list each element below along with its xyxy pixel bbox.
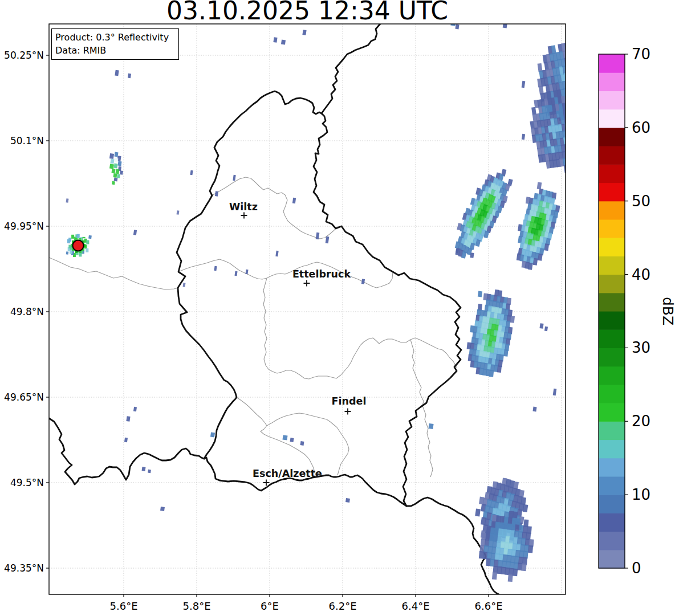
colorbar-segment (599, 91, 625, 109)
info-box-product-line: Product: 0.3° Reflectivity (55, 32, 169, 43)
page-title: 03.10.2025 12:34 UTC (166, 0, 448, 25)
echo-cell (593, 81, 599, 91)
city-label: Esch/Alzette (253, 468, 322, 479)
echo-speck (120, 170, 123, 175)
echo-speck (142, 467, 146, 471)
echo-cell (503, 349, 508, 357)
echo-cell (567, 57, 572, 66)
echo-speck (126, 416, 130, 422)
echo-speck (428, 423, 433, 429)
echo-cell (567, 116, 572, 124)
echo-cell (568, 123, 573, 131)
x-tick-label: 6.2°E (329, 600, 357, 612)
echo-cell (568, 150, 574, 158)
echo-cell (570, 49, 575, 58)
echo-cell (585, 76, 591, 85)
echo-cell (592, 89, 597, 99)
colorbar-segment (599, 275, 625, 293)
echo-speck (109, 153, 114, 159)
echo-cell (570, 87, 575, 96)
echo-cell (571, 56, 576, 65)
echo-speck (455, 25, 459, 30)
echo-speck (478, 291, 482, 297)
colorbar-segment (599, 550, 625, 569)
echo-cell (591, 67, 596, 76)
echo-speck (210, 433, 215, 438)
echo-cell (575, 93, 580, 102)
echo-speck (539, 323, 543, 329)
echo-cell (571, 115, 576, 124)
y-tick-label: 49.35°N (4, 562, 44, 574)
colorbar-segment (599, 256, 625, 275)
echo-speck (111, 169, 115, 174)
echo-cell (575, 108, 580, 117)
echo-cell (577, 100, 582, 109)
echo-speck (302, 30, 306, 35)
colorbar-segment (599, 219, 625, 238)
echo-speck (110, 159, 114, 164)
echo-cell (576, 63, 581, 72)
y-tick-label: 50.1°N (10, 135, 44, 146)
echo-speck (112, 181, 115, 185)
echo-cell (570, 136, 575, 145)
echo-cell (581, 54, 586, 63)
colorbar-tick-label: 20 (632, 413, 650, 430)
echo-cell (589, 60, 594, 69)
echo-speck (160, 507, 165, 511)
echo-cell (574, 85, 579, 95)
colorbar-segment (599, 164, 625, 183)
echo-cell (574, 55, 579, 64)
echo-cell (578, 108, 583, 117)
echo-cell (571, 122, 576, 130)
colorbar-segment (599, 440, 625, 459)
echo-cell (582, 107, 587, 116)
echo-speck (532, 407, 536, 412)
radar-clutter-cell (79, 252, 82, 256)
echo-cell (566, 109, 571, 117)
echo-cell (492, 572, 497, 580)
echo-cell (587, 98, 592, 107)
echo-cell (570, 101, 575, 111)
echo-speck (273, 37, 277, 43)
echo-cell (568, 143, 573, 152)
echo-cell (579, 47, 584, 56)
echo-cell (572, 109, 577, 118)
echo-speck (109, 164, 114, 169)
echo-cell (582, 76, 587, 85)
colorbar-segment (599, 128, 625, 146)
colorbar-unit-label: dBZ (660, 297, 675, 325)
echo-cell (591, 52, 596, 61)
echo-cell (571, 143, 576, 152)
echo-cell (522, 564, 527, 572)
echo-cell (528, 545, 533, 553)
y-tick-label: 49.5°N (10, 477, 44, 488)
echo-cell (579, 92, 584, 101)
colorbar-tick-label: 0 (632, 560, 641, 577)
colorbar-tick-label: 60 (632, 119, 650, 136)
echo-speck (148, 470, 151, 474)
echo-cell (585, 60, 591, 70)
echo-speck (470, 252, 474, 258)
echo-cell (567, 137, 572, 145)
y-tick-label: 49.65°N (4, 391, 44, 403)
echo-speck (117, 174, 120, 178)
echo-speck (300, 441, 304, 446)
echo-cell (575, 78, 580, 87)
echo-speck (115, 169, 119, 174)
echo-cell (589, 75, 594, 84)
colorbar-segment (599, 238, 625, 256)
colorbar-segment (599, 109, 625, 128)
colorbar-tick-label: 10 (632, 486, 650, 503)
radar-map-page: WiltzEttelbruckFindelEsch/Alzette 50.25°… (0, 0, 675, 616)
echo-speck (113, 173, 117, 178)
echo-cell (574, 136, 579, 144)
radar-clutter-cell (77, 234, 80, 238)
colorbar-segment (599, 293, 625, 312)
radar-site-dot (73, 240, 84, 251)
echo-cell (569, 79, 574, 88)
echo-cell (572, 93, 577, 103)
echo-cell (497, 365, 502, 373)
echo-speck (290, 438, 294, 442)
colorbar-tick-label: 30 (632, 339, 650, 356)
echo-speck (450, 19, 456, 26)
